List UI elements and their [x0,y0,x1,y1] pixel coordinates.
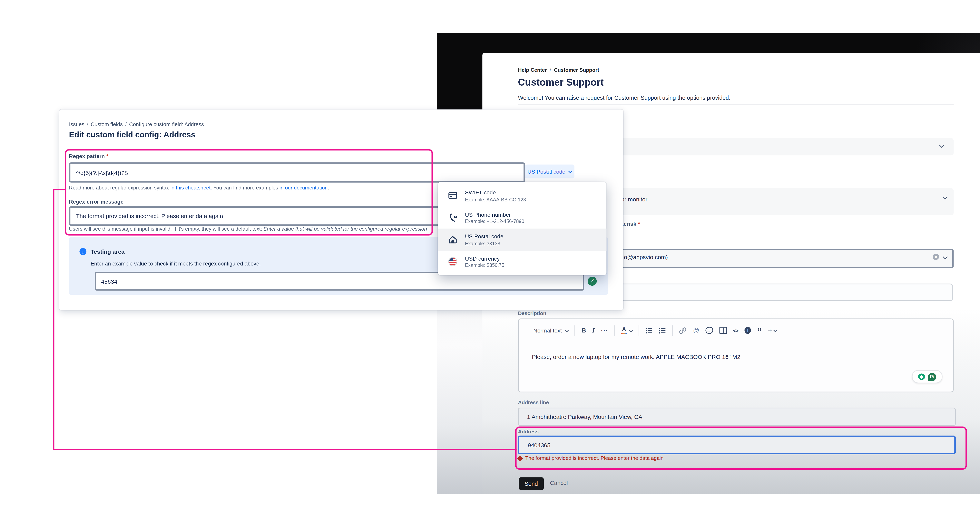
info-icon: i [80,248,86,255]
field-label-fragment: terisk * [622,221,640,227]
editor-toolbar: Normal text B I ··· A [519,319,953,342]
code-icon[interactable]: <> [733,328,738,333]
page-title: Customer Support [518,76,604,88]
text-color-dropdown[interactable]: A [621,327,633,334]
divider [518,104,954,105]
breadcrumb-custom-fields[interactable]: Custom fields [91,121,123,127]
menu-item-swift-code[interactable]: SWIFT code Example: AAAA-BB-CC-123 [438,185,607,207]
chevron-down-icon [773,328,778,332]
emoji-icon[interactable] [705,327,713,334]
phone-icon [447,213,458,222]
breadcrumb-customer-support[interactable]: Customer Support [554,67,599,73]
rich-text-editor[interactable]: Normal text B I ··· A [518,318,954,392]
mention-icon[interactable]: @ [693,327,699,334]
us-flag-icon [447,257,458,266]
highlight-rect-address [515,427,967,470]
bold-icon[interactable]: B [582,327,586,334]
valid-check-icon: ✓ [588,276,597,286]
address-line-field[interactable]: 1 Amphitheatre Parkway, Mountain View, C… [518,408,956,426]
menu-item-usd-currency[interactable]: USD currency Example: $350.75 [438,251,607,273]
testing-area-description: Enter an example value to check if it me… [91,261,261,267]
chevron-down-icon [942,194,947,200]
address-line-label: Address line [518,399,549,405]
description-label: Description [518,310,546,316]
menu-item-example: Example: AAAA-BB-CC-123 [465,197,526,202]
table-icon[interactable] [719,327,727,334]
cancel-button[interactable]: Cancel [550,480,568,486]
breadcrumb: Issues/Custom fields/Configure custom fi… [69,121,204,127]
chevron-down-icon [629,328,633,332]
user-picker-value: o@appsvio.com) [624,254,668,261]
breadcrumb-configure-field[interactable]: Configure custom field: Address [129,121,204,127]
testing-value: 45634 [101,278,118,285]
more-formatting-icon[interactable]: ··· [601,327,608,334]
menu-item-us-postal-code[interactable]: US Postal code Example: 33138 [438,229,607,251]
connector-line [53,189,54,450]
connector-line [53,449,517,450]
menu-item-title: US Postal code [465,234,503,240]
menu-item-example: Example: $350.75 [465,263,504,268]
chevron-down-icon [565,328,569,332]
numbered-list-icon[interactable] [659,327,666,334]
info-panel-icon[interactable]: i [745,327,751,334]
breadcrumb-issues[interactable]: Issues [69,121,84,127]
menu-item-us-phone[interactable]: US Phone number Example: +1-212-456-7890 [438,207,607,229]
menu-item-title: USD currency [465,256,504,262]
chevron-down-icon [568,169,573,173]
description-content[interactable]: Please, order a new laptop for my remote… [532,353,740,360]
menu-item-title: SWIFT code [465,189,526,196]
address-line-value: 1 Amphitheatre Parkway, Mountain View, C… [527,413,642,420]
bullet-list-icon[interactable] [646,327,653,334]
grammarly-icon: G [928,372,936,381]
breadcrumb-help-center[interactable]: Help Center [518,67,547,73]
request-detail-value: or monitor. [621,196,649,203]
preset-dropdown-button[interactable]: US Postal code [525,164,574,178]
send-button[interactable]: Send [519,477,544,490]
menu-item-example: Example: +1-212-456-7890 [465,219,524,224]
quote-icon[interactable]: ” [757,327,762,333]
clear-icon[interactable]: × [933,254,939,260]
italic-icon[interactable]: I [592,327,595,334]
menu-item-title: US Phone number [465,211,524,218]
connector-line [53,189,66,191]
suggestion-bulb-icon [918,373,925,380]
chevron-down-icon [939,143,944,148]
insert-more-dropdown[interactable]: + [768,326,777,334]
link-icon[interactable] [679,326,687,334]
page-title: Edit custom field config: Address [69,130,196,139]
breadcrumb: Help Center/Customer Support [518,67,599,73]
grammarly-widget[interactable]: G [912,370,942,383]
highlight-rect-regex [65,149,433,235]
welcome-text: Welcome! You can raise a request for Cus… [518,95,730,101]
house-icon [447,235,458,244]
testing-area-title: Testing area [91,248,124,255]
preset-menu: SWIFT code Example: AAAA-BB-CC-123 US Ph… [438,182,607,275]
text-style-dropdown[interactable]: Normal text [533,327,568,334]
credit-card-icon [447,192,458,199]
menu-item-example: Example: 33138 [465,241,503,246]
stage: Help Center/Customer Support Customer Su… [0,0,980,529]
